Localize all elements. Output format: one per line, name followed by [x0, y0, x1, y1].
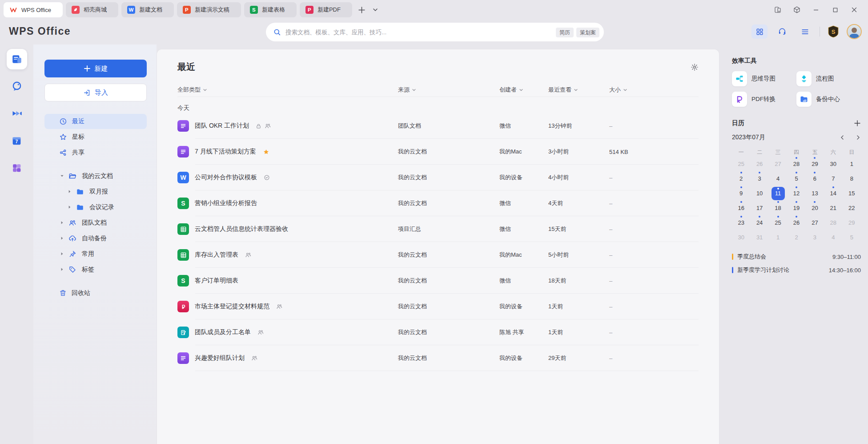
headset-icon[interactable]: [774, 24, 790, 39]
settings-gear-icon[interactable]: [691, 63, 699, 71]
mobile-sync-icon[interactable]: [770, 3, 785, 16]
rail-item-calendar-app[interactable]: 7: [7, 130, 27, 151]
app-tab[interactable]: P新建PDF: [300, 2, 352, 17]
file-row[interactable]: S客户订单明细表我的云文档微信18天前–: [177, 268, 699, 294]
close-icon[interactable]: [847, 3, 862, 16]
calendar-day[interactable]: 21: [824, 201, 842, 215]
calendar-day[interactable]: 23: [732, 215, 750, 230]
tree-item-会议记录[interactable]: 会议记录: [44, 199, 147, 215]
search-input[interactable]: [285, 29, 553, 36]
calendar-day[interactable]: 8: [843, 171, 861, 186]
calendar-day[interactable]: 5: [787, 171, 805, 186]
file-row[interactable]: 7 月线下活动策划方案我的云文档我的Mac3小时前514 KB: [177, 139, 699, 165]
calendar-day[interactable]: 27: [806, 215, 824, 230]
file-row[interactable]: 云文档管人员信息统计表理器验收项目汇总微信15天前–: [177, 216, 699, 242]
calendar-day[interactable]: 9: [732, 186, 750, 201]
calendar-day[interactable]: 1: [843, 157, 861, 171]
filter-来源[interactable]: 来源: [398, 86, 499, 94]
avatar[interactable]: [847, 24, 862, 39]
search-tag[interactable]: 简历: [556, 28, 574, 37]
tool-PDF转换[interactable]: PDF转换: [732, 92, 796, 107]
caret-right-icon[interactable]: [59, 252, 64, 256]
rail-item-meeting-video[interactable]: [7, 103, 27, 124]
calendar-day[interactable]: 28: [824, 215, 842, 230]
calendar-day[interactable]: 18: [769, 201, 787, 215]
app-tab[interactable]: WPS Office: [4, 2, 63, 17]
tree-item-双月报[interactable]: 双月报: [44, 184, 147, 199]
filter-创建者[interactable]: 创建者: [499, 86, 548, 94]
import-button[interactable]: 导入: [44, 84, 147, 101]
calendar-event[interactable]: 新季度学习计划讨论14:30–16:00: [732, 263, 861, 277]
calendar-day[interactable]: 30: [824, 157, 842, 171]
calendar-day[interactable]: 27: [769, 157, 787, 171]
caret-right-icon[interactable]: [67, 205, 72, 209]
calendar-day[interactable]: 10: [750, 186, 768, 201]
tree-item-自动备份[interactable]: 自动备份: [44, 230, 147, 246]
tree-item-标签[interactable]: 标签: [44, 262, 147, 277]
calendar-day[interactable]: 7: [824, 171, 842, 186]
caret-right-icon[interactable]: [59, 221, 64, 225]
rail-item-chat[interactable]: [7, 76, 27, 97]
file-row[interactable]: S营销小组业绩分析报告我的云文档微信4天前–: [177, 190, 699, 216]
vip-badge-icon[interactable]: S: [827, 24, 840, 39]
workspace-cube-icon[interactable]: [789, 3, 804, 16]
search-tag[interactable]: 策划案: [576, 28, 599, 37]
file-row[interactable]: 团队 OKR 工作计划团队文档微信13分钟前–: [177, 113, 699, 139]
tree-item-团队文档[interactable]: 团队文档: [44, 215, 147, 230]
calendar-day[interactable]: 29: [843, 215, 861, 230]
file-row[interactable]: 团队成员及分工名单我的云文档陈旭 共享1天前–: [177, 319, 699, 345]
caret-right-icon[interactable]: [67, 190, 72, 194]
calendar-day[interactable]: 12: [787, 186, 805, 201]
sidebar-item-星标[interactable]: 星标: [44, 129, 147, 145]
calendar-day[interactable]: 19: [787, 201, 805, 215]
tree-item-我的云文档[interactable]: 我的云文档: [44, 168, 147, 184]
tree-item-常用[interactable]: 常用: [44, 246, 147, 262]
sidebar-item-trash[interactable]: 回收站: [44, 285, 147, 301]
calendar-day[interactable]: 20: [806, 201, 824, 215]
calendar-day[interactable]: 26: [787, 215, 805, 230]
app-tab[interactable]: W新建文档: [121, 2, 174, 17]
app-tab[interactable]: P新建演示文稿: [177, 2, 241, 17]
calendar-day[interactable]: 31: [750, 230, 768, 245]
calendar-day[interactable]: 26: [750, 157, 768, 171]
sidebar-item-共享[interactable]: 共享: [44, 145, 147, 160]
caret-right-icon[interactable]: [59, 267, 64, 271]
calendar-day[interactable]: 29: [806, 157, 824, 171]
calendar-day[interactable]: 17: [750, 201, 768, 215]
file-row[interactable]: 兴趣爱好组队计划我的云文档我的设备29天前–: [177, 345, 699, 371]
maximize-icon[interactable]: [828, 3, 843, 16]
file-row[interactable]: 库存出入管理表我的云文档我的Mac5小时前–: [177, 242, 699, 268]
filter-大小[interactable]: 大小: [609, 86, 699, 94]
rail-item-apps-purple[interactable]: [7, 157, 27, 178]
calendar-prev-icon[interactable]: [840, 135, 845, 140]
calendar-day[interactable]: 3: [750, 171, 768, 186]
calendar-day[interactable]: 25: [769, 215, 787, 230]
calendar-day[interactable]: 25: [732, 157, 750, 171]
tool-备份中心[interactable]: 备份中心: [796, 92, 861, 107]
calendar-day[interactable]: 2: [787, 230, 805, 245]
app-tab[interactable]: 稻壳商城: [66, 2, 118, 17]
sidebar-item-最近[interactable]: 最近: [44, 114, 147, 129]
calendar-day[interactable]: 15: [843, 186, 861, 201]
file-row[interactable]: 市场主体登记提交材料规范我的云文档我的设备1天前–: [177, 294, 699, 319]
calendar-day[interactable]: 30: [732, 230, 750, 245]
calendar-day[interactable]: 14: [824, 186, 842, 201]
caret-down-icon[interactable]: [59, 174, 64, 178]
calendar-day[interactable]: 5: [843, 230, 861, 245]
calendar-day[interactable]: 2: [732, 171, 750, 186]
tab-list-chevron-icon[interactable]: [369, 3, 382, 16]
tool-思维导图[interactable]: 思维导图: [732, 71, 796, 86]
calendar-day[interactable]: 3: [806, 230, 824, 245]
tool-流程图[interactable]: 流程图: [796, 71, 861, 86]
rail-item-documents-home[interactable]: [7, 49, 27, 69]
add-event-icon[interactable]: [854, 120, 861, 127]
calendar-day[interactable]: 11: [769, 186, 787, 201]
menu-icon[interactable]: [797, 24, 813, 39]
calendar-day[interactable]: 6: [806, 171, 824, 186]
filter-最近查看[interactable]: 最近查看: [548, 86, 609, 94]
search-bar[interactable]: 简历策划案: [266, 23, 604, 41]
calendar-day[interactable]: 1: [769, 230, 787, 245]
calendar-day[interactable]: 4: [824, 230, 842, 245]
calendar-day[interactable]: 22: [843, 201, 861, 215]
calendar-day[interactable]: 24: [750, 215, 768, 230]
